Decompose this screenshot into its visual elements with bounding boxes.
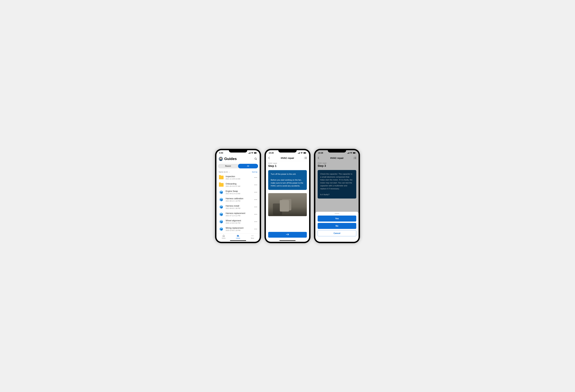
status-icons: [248, 152, 257, 154]
svg-rect-1: [249, 153, 249, 154]
cancel-button[interactable]: Cancel: [318, 230, 356, 236]
instruction-card: Check the capacitor: The capacitor is a …: [318, 170, 356, 198]
phone-frame-1: 6:50 Guides Recent: [215, 149, 261, 243]
folder-icon: [219, 176, 224, 179]
list-item[interactable]: Harness calibration2021-08-12 1:18 PM•••: [216, 196, 260, 203]
svg-point-14: [251, 236, 252, 236]
item-date: 2021-08-03 1:38 PM: [226, 207, 252, 209]
yes-button[interactable]: Yes: [318, 216, 356, 221]
library-icon: [237, 234, 240, 237]
item-more-button[interactable]: •••: [254, 184, 257, 186]
item-more-button[interactable]: •••: [254, 220, 257, 223]
item-date: 2020-12-03 3:32 PM: [226, 222, 252, 224]
list-item[interactable]: Wiring replacement2020-12-05 1:18 PM•••: [216, 225, 260, 233]
status-icons: [298, 152, 306, 154]
sort-by-button[interactable]: Sort by: [252, 171, 257, 173]
guide-icon: [219, 190, 224, 195]
svg-rect-32: [348, 153, 348, 154]
item-title: Onboarding: [226, 183, 252, 185]
item-title: Inspection: [226, 175, 252, 178]
svg-rect-2: [250, 152, 250, 154]
home-indicator[interactable]: [230, 240, 246, 241]
steps-list-button[interactable]: 123: [354, 157, 356, 159]
item-more-button[interactable]: •••: [254, 176, 257, 179]
search-button[interactable]: [254, 157, 257, 160]
back-button[interactable]: [268, 157, 271, 159]
no-button[interactable]: No: [318, 223, 356, 229]
sheet-handle[interactable]: [335, 213, 339, 214]
phone-frame-2: 10:28 HVAC repair 123 HVAC repair Step 1…: [264, 149, 311, 243]
item-more-button[interactable]: •••: [254, 206, 257, 208]
svg-point-16: [253, 236, 253, 236]
svg-rect-13: [238, 235, 239, 237]
svg-rect-6: [257, 153, 257, 153]
step-title: Step 1: [268, 164, 307, 168]
svg-rect-20: [300, 152, 300, 154]
item-more-button[interactable]: •••: [254, 191, 257, 194]
nav-library[interactable]: Library: [231, 234, 245, 239]
list-item[interactable]: Harness install2021-08-03 1:38 PM•••: [216, 203, 260, 211]
header: HVAC repair 123: [315, 156, 359, 161]
svg-rect-0: [248, 153, 249, 154]
action-sheet: Yes No Cancel: [315, 212, 359, 242]
guide-icon: [219, 205, 224, 209]
svg-line-10: [256, 159, 257, 160]
tab-recent[interactable]: Recent: [218, 164, 238, 168]
item-date: 2021-05-19 6:37 AM: [226, 185, 252, 187]
svg-rect-36: [353, 152, 355, 153]
svg-rect-12: [238, 235, 238, 237]
step-title: Step 3: [318, 164, 356, 168]
step-header: HVAC repair Step 1: [266, 161, 309, 169]
signal-icon: [248, 152, 250, 154]
status-time: 10:28: [318, 152, 323, 154]
guide-icon: [219, 197, 224, 202]
list-item[interactable]: Engine Swap2021-09-21 6:13 AM•••: [216, 189, 260, 196]
battery-icon: [353, 152, 356, 154]
wifi-icon: [301, 152, 303, 154]
page-title: HVAC repair: [272, 157, 303, 159]
item-title: Engine Swap: [226, 190, 252, 193]
svg-rect-23: [306, 153, 306, 153]
item-title: Wiring replacement: [226, 227, 252, 229]
svg-rect-5: [254, 152, 256, 153]
item-more-button[interactable]: •••: [254, 213, 257, 216]
avatar[interactable]: [219, 157, 223, 161]
back-button[interactable]: [318, 157, 320, 159]
battery-icon: [254, 152, 257, 154]
home-indicator[interactable]: [279, 240, 296, 241]
notch: [278, 149, 297, 152]
item-title: Wheel alignment: [226, 220, 252, 222]
item-date: 2021-09-21 6:13 AM: [226, 193, 252, 195]
list-item[interactable]: Inspection2021-11-19 6:13 AM•••: [216, 174, 260, 181]
list-item[interactable]: Harness replacement2021-07-12 4:12 PM•••: [216, 211, 260, 218]
svg-text:3: 3: [354, 158, 354, 159]
tab-all[interactable]: All: [238, 164, 258, 168]
svg-rect-33: [348, 152, 349, 154]
list-item[interactable]: Onboarding2021-05-19 6:37 AM•••: [216, 181, 260, 189]
page-title: HVAC repair: [322, 157, 352, 159]
folder-icon: [219, 183, 224, 187]
guides-list[interactable]: Inspection2021-11-19 6:13 AM•••Onboardin…: [216, 174, 260, 233]
item-more-button[interactable]: •••: [254, 198, 257, 201]
svg-rect-31: [347, 153, 348, 154]
svg-rect-37: [356, 153, 356, 153]
guide-icon: [219, 227, 224, 231]
item-more-button[interactable]: •••: [254, 228, 257, 230]
list-item[interactable]: Wheel alignment2020-12-03 3:32 PM•••: [216, 218, 260, 225]
nav-more[interactable]: More: [245, 234, 260, 239]
svg-rect-19: [299, 152, 299, 154]
steps-list-button[interactable]: 123: [304, 157, 307, 159]
svg-rect-34: [349, 152, 349, 154]
status-time: 6:50: [219, 152, 223, 154]
next-button[interactable]: [268, 232, 307, 238]
step-subtitle: HVAC repair: [268, 162, 307, 164]
svg-rect-3: [250, 152, 250, 154]
more-icon: [251, 234, 254, 237]
signal-icon: [347, 152, 349, 154]
svg-point-15: [252, 236, 253, 236]
step-image[interactable]: [268, 193, 307, 216]
sort-label[interactable]: Name (A-Z) ↓: [219, 171, 230, 173]
signal-icon: [298, 152, 300, 154]
item-title: Harness install: [226, 205, 252, 207]
nav-home[interactable]: Home: [216, 234, 231, 239]
